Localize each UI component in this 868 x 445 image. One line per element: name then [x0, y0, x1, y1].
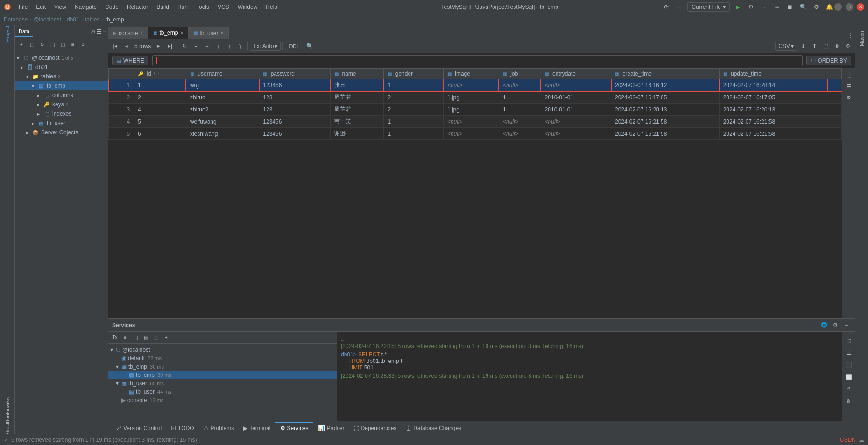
- svc-tx-btn[interactable]: Tx: [110, 333, 120, 342]
- breadcrumb-localhost[interactable]: @localhost: [33, 16, 61, 23]
- btab-version-control[interactable]: ⎇ Version Control: [110, 422, 166, 433]
- tab-tb-emp[interactable]: ▦ tb_emp ✕: [148, 27, 189, 39]
- tree-item-db01[interactable]: ▾ 🗄 db01: [15, 63, 108, 72]
- sidebar-config-btn[interactable]: ⬚: [58, 40, 67, 49]
- export-btn[interactable]: ⤓: [798, 41, 808, 51]
- sidebar-copy-btn[interactable]: ⬚: [27, 40, 36, 49]
- maven-label[interactable]: Maven: [858, 29, 866, 48]
- col-username[interactable]: ▦ username: [186, 69, 259, 79]
- menu-refactor[interactable]: Refactor: [123, 3, 152, 11]
- svc-filter-btn[interactable]: ▤: [141, 333, 150, 342]
- table-row[interactable]: 45weifuwang123456韦一笑1<null><null><null>2…: [109, 116, 842, 128]
- nav-first-btn[interactable]: |◂: [110, 41, 120, 51]
- sidebar-filter-btn[interactable]: ≡: [68, 40, 78, 49]
- add-row-btn[interactable]: +: [191, 41, 201, 51]
- tree-item-tables[interactable]: ▾ 📁 tables 2: [15, 72, 108, 81]
- trt-btn-1[interactable]: ⬚: [844, 70, 854, 80]
- sidebar-collapse-icon[interactable]: −: [103, 28, 106, 35]
- ide-settings-icon[interactable]: ⚙: [811, 2, 821, 12]
- sidebar-tab-data[interactable]: Data: [15, 27, 33, 37]
- col-job[interactable]: ▦ job: [499, 69, 541, 79]
- settings-icon[interactable]: ⚙: [746, 2, 756, 12]
- col-name[interactable]: ▦ name: [331, 69, 384, 79]
- tab-console-close[interactable]: ✕: [140, 30, 143, 35]
- trt-btn-2[interactable]: ☰: [844, 81, 854, 91]
- project-tab[interactable]: Project: [1, 27, 14, 40]
- tab-tb-user-close[interactable]: ✕: [220, 30, 224, 35]
- structure-tab[interactable]: Structure: [1, 419, 14, 432]
- btab-services[interactable]: ⚙ Services: [275, 422, 313, 433]
- tree-item-server-objects[interactable]: ▸ 📦 Server Objects: [15, 128, 108, 137]
- bh-settings-icon[interactable]: ⚙: [831, 320, 840, 330]
- breadcrumb-tables[interactable]: tables: [85, 16, 100, 23]
- commit-btn[interactable]: ⤵: [235, 41, 246, 51]
- menu-edit[interactable]: Edit: [32, 3, 49, 11]
- btab-profiler[interactable]: 📊 Profiler: [313, 422, 349, 433]
- tree-item-tb-user[interactable]: ▸ ▦ tb_user: [15, 118, 108, 128]
- notifications-icon[interactable]: 🔔: [824, 2, 834, 12]
- menu-vcs[interactable]: VCS: [214, 3, 233, 11]
- where-filter[interactable]: ▤ WHERE: [112, 56, 148, 65]
- tab-more-icon[interactable]: ⋮: [847, 32, 853, 39]
- forward-icon[interactable]: →: [759, 2, 769, 12]
- menu-code[interactable]: Code: [101, 3, 122, 11]
- menu-help[interactable]: Help: [262, 3, 281, 11]
- breadcrumb-database[interactable]: Database: [4, 16, 28, 23]
- view-btn[interactable]: 👁: [832, 41, 842, 51]
- tab-tb-user[interactable]: ▦ tb_user ✕: [189, 27, 229, 39]
- maximize-button[interactable]: □: [846, 3, 853, 11]
- br-btn-1[interactable]: ⬚: [844, 335, 854, 346]
- refresh-btn[interactable]: ↻: [179, 41, 190, 51]
- stop-icon[interactable]: ⏹: [785, 2, 795, 12]
- breadcrumb-db01[interactable]: db01: [67, 16, 79, 23]
- sidebar-add-btn[interactable]: +: [17, 40, 26, 49]
- menu-navigate[interactable]: Navigate: [71, 3, 100, 11]
- col-create-time[interactable]: ▦ create_time: [611, 69, 720, 79]
- tree-item-indexes[interactable]: ▸ ⬚ indexes: [15, 109, 108, 118]
- br-btn-4[interactable]: ⬜: [844, 372, 854, 382]
- tree-item-columns[interactable]: ▸ ⬚ columns: [15, 90, 108, 100]
- svc-group-btn[interactable]: ⬚: [131, 333, 140, 342]
- svc-item-tb-user[interactable]: ▦ tb_user 44 ms: [108, 388, 337, 396]
- orderby-filter[interactable]: ⬚ ORDER BY: [806, 56, 851, 65]
- remove-row-btn[interactable]: −: [202, 41, 212, 51]
- br-btn-2[interactable]: ☰: [844, 348, 854, 358]
- transpose-btn[interactable]: ⬚: [820, 41, 831, 51]
- vcs-update-icon[interactable]: ⟳: [661, 2, 671, 12]
- sidebar-layout-icon[interactable]: ☰: [97, 28, 102, 35]
- ddl-button[interactable]: DDL: [285, 42, 303, 50]
- br-btn-3[interactable]: ⬛: [844, 360, 854, 370]
- revert-btn[interactable]: ↓: [213, 41, 223, 51]
- search-btn[interactable]: 🔍: [304, 41, 315, 51]
- svc-item-default[interactable]: ◉ default 22 ms: [108, 354, 337, 362]
- menu-view[interactable]: View: [50, 3, 70, 11]
- run-icon[interactable]: ▶: [733, 2, 743, 12]
- col-image[interactable]: ▦ image: [443, 69, 499, 79]
- tab-tb-emp-close[interactable]: ✕: [180, 30, 183, 35]
- nav-prev-btn[interactable]: ◂: [121, 41, 132, 51]
- svc-item-tb-emp[interactable]: ▦ tb_emp 30 ms: [108, 371, 337, 379]
- columns-visible-btn[interactable]: ⚙: [843, 41, 853, 51]
- tree-item-tb-emp[interactable]: ▾ ▦ tb_emp: [15, 81, 108, 90]
- tree-item-localhost[interactable]: ▾ ⬡ @localhost 1 of 5: [15, 53, 108, 63]
- table-row[interactable]: 11wuji123456张三1<null><null><null>2024-02…: [109, 79, 842, 91]
- table-row[interactable]: 34zhiruo2123周芷若21.jpg12010-01-012024-02-…: [109, 104, 842, 116]
- svc-item-localhost[interactable]: ▾ ⬡ @localhost: [108, 346, 337, 354]
- br-btn-5[interactable]: 🖨: [844, 384, 854, 394]
- sidebar-more-btn[interactable]: »: [78, 40, 88, 49]
- svc-more-btn[interactable]: ⬚: [151, 333, 161, 342]
- menu-file[interactable]: File: [15, 3, 31, 11]
- sort-asc-btn[interactable]: ⬆: [809, 41, 819, 51]
- col-update-time[interactable]: ▦ update_time: [719, 69, 827, 79]
- menu-build[interactable]: Build: [153, 3, 173, 11]
- col-entrydate[interactable]: ▦ entrydate: [541, 69, 611, 79]
- nav-next-btn[interactable]: ▸: [154, 41, 164, 51]
- bh-globe-icon[interactable]: 🌐: [819, 320, 829, 330]
- col-password[interactable]: ▦ password: [259, 69, 331, 79]
- tx-selector[interactable]: Tx: Auto ▾: [250, 42, 281, 51]
- table-row[interactable]: 22zhiruo123周芷若21.jpg12010-01-012024-02-0…: [109, 91, 842, 104]
- navigate-back-icon[interactable]: ←: [674, 2, 685, 12]
- svc-expand-btn[interactable]: +: [162, 333, 171, 342]
- tab-console[interactable]: ▶ console ✕: [108, 27, 148, 39]
- btab-problems[interactable]: ⚠ Problems: [199, 422, 239, 433]
